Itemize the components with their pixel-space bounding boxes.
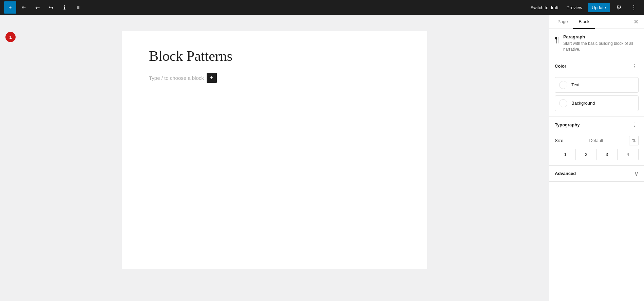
paragraph-icon: ¶ [555, 35, 559, 45]
color-panel: Color ⋮ Text Background [549, 58, 644, 117]
size-row: Size Default ⇅ [555, 136, 639, 145]
block-placeholder-text: Type / to choose a block [149, 75, 204, 81]
update-button[interactable]: Update [588, 3, 610, 12]
tab-block[interactable]: Block [573, 15, 595, 29]
block-description: Start with the basic building block of a… [563, 41, 639, 52]
advanced-toggle-icon: ∨ [634, 170, 639, 177]
text-color-option[interactable]: Text [555, 77, 639, 93]
close-sidebar-button[interactable]: ✕ [630, 16, 641, 27]
color-panel-title: Color [555, 64, 566, 69]
size-adjust-button[interactable]: ⇅ [629, 136, 639, 145]
page-title: Block Patterns [149, 48, 400, 65]
text-color-circle [559, 81, 567, 89]
size-button-2[interactable]: 2 [576, 149, 596, 160]
size-button-4[interactable]: 4 [618, 149, 638, 160]
typography-content: Size Default ⇅ 1 2 3 4 [549, 133, 644, 165]
list-view-button[interactable]: ≡ [72, 1, 84, 14]
background-color-option[interactable]: Background [555, 95, 639, 111]
size-adjust-icon: ⇅ [632, 138, 636, 143]
add-block-button[interactable]: + [4, 1, 16, 14]
inline-add-block-button[interactable]: + [207, 73, 217, 83]
background-color-label: Background [571, 101, 595, 106]
typography-panel: Typography ⋮ Size Default ⇅ 1 2 3 4 [549, 117, 644, 166]
size-value: Default [589, 138, 603, 143]
switch-to-draft-button[interactable]: Switch to draft [528, 3, 561, 12]
editor-area: 1 Block Patterns Type / to choose a bloc… [0, 15, 549, 301]
size-button-1[interactable]: 1 [555, 149, 576, 160]
block-name: Paragraph [563, 34, 639, 39]
toolbar-right: Switch to draft Preview Update ⚙ ⋮ [528, 1, 640, 14]
toolbar: + ✏ ↩ ↪ ℹ ≡ Switch to draft Preview Upda… [0, 0, 644, 15]
color-panel-header: Color ⋮ [549, 58, 644, 74]
size-button-3[interactable]: 3 [597, 149, 618, 160]
block-info: ¶ Paragraph Start with the basic buildin… [549, 29, 644, 58]
size-label: Size [555, 138, 563, 143]
sidebar-tabs: Page Block ✕ [549, 15, 644, 29]
advanced-panel-header[interactable]: Advanced ∨ [549, 166, 644, 181]
typography-panel-title: Typography [555, 122, 580, 127]
editor-content: Block Patterns Type / to choose a block … [122, 31, 427, 269]
undo-button[interactable]: ↩ [31, 1, 43, 14]
preview-button[interactable]: Preview [564, 3, 585, 12]
more-options-button[interactable]: ⋮ [628, 1, 640, 14]
info-button[interactable]: ℹ [58, 1, 71, 14]
advanced-panel: Advanced ∨ [549, 166, 644, 182]
advanced-panel-title: Advanced [555, 171, 576, 176]
edit-button[interactable]: ✏ [18, 1, 30, 14]
block-placeholder-row: Type / to choose a block + [149, 73, 400, 83]
redo-button[interactable]: ↪ [45, 1, 57, 14]
size-buttons: 1 2 3 4 [555, 149, 639, 160]
text-color-label: Text [571, 82, 580, 87]
typography-panel-more-button[interactable]: ⋮ [630, 121, 639, 129]
background-color-circle [559, 99, 567, 107]
color-panel-more-button[interactable]: ⋮ [630, 62, 639, 70]
main-layout: 1 Block Patterns Type / to choose a bloc… [0, 15, 644, 301]
notification-badge: 1 [5, 32, 16, 42]
block-info-text: Paragraph Start with the basic building … [563, 34, 639, 52]
sidebar: Page Block ✕ ¶ Paragraph Start with the … [549, 15, 644, 301]
settings-button[interactable]: ⚙ [613, 1, 625, 14]
color-options: Text Background [549, 74, 644, 117]
tab-page[interactable]: Page [552, 15, 573, 29]
typography-panel-header: Typography ⋮ [549, 117, 644, 133]
